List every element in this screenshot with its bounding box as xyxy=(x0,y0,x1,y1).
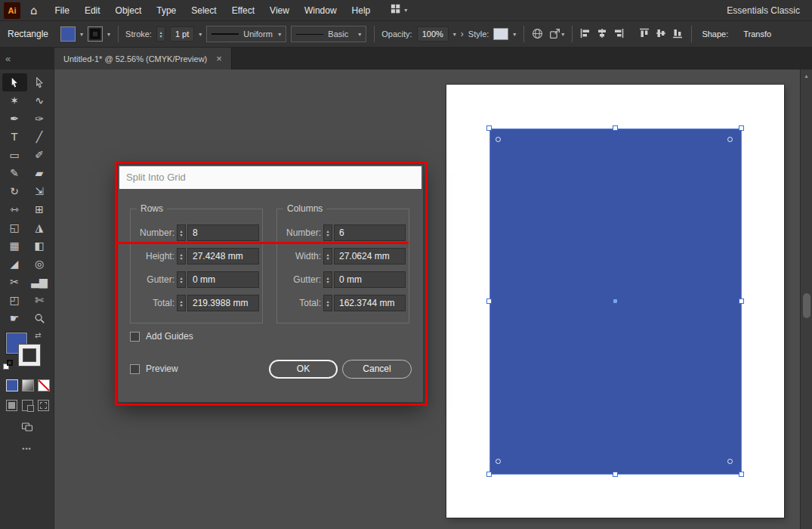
chevron-down-icon[interactable]: ▾ xyxy=(80,31,83,38)
line-segment-tool[interactable]: ╱ xyxy=(27,128,52,146)
fill-color-swatch[interactable] xyxy=(60,26,76,42)
rows-number-stepper[interactable]: ▴▾ xyxy=(177,224,186,241)
rotate-tool[interactable]: ↻ xyxy=(2,182,27,200)
edit-toolbar-button[interactable]: ••• xyxy=(0,445,54,453)
document-setup-button[interactable] xyxy=(531,27,544,42)
none-button[interactable] xyxy=(38,379,50,391)
swap-fill-stroke-icon[interactable]: ⇄ xyxy=(35,331,41,339)
home-icon[interactable]: ⌂ xyxy=(30,4,38,17)
curvature-tool[interactable]: ✑ xyxy=(27,110,52,128)
zoom-tool[interactable] xyxy=(27,309,52,327)
opacity-field[interactable]: 100% xyxy=(417,26,449,42)
width-tool[interactable]: ⇿ xyxy=(2,200,27,218)
transform-label[interactable]: Transfo xyxy=(743,29,771,39)
stroke-color-swatch[interactable] xyxy=(88,26,103,42)
blend-tool[interactable]: ◎ xyxy=(27,255,52,273)
menu-edit[interactable]: Edit xyxy=(77,0,108,21)
columns-width-stepper[interactable]: ▴▾ xyxy=(323,248,332,264)
direct-selection-tool[interactable] xyxy=(27,73,52,91)
columns-width-field[interactable]: 27.0624 mm xyxy=(334,248,406,264)
stroke-profile-dropdown[interactable]: Uniform▾ xyxy=(206,26,286,42)
columns-gutter-stepper[interactable]: ▴▾ xyxy=(323,271,332,288)
color-button[interactable] xyxy=(6,379,18,391)
add-guides-checkbox[interactable]: Add Guides xyxy=(130,331,193,342)
scroll-up-arrow-icon[interactable]: ▴ xyxy=(801,70,812,79)
perspective-grid-tool[interactable]: ◮ xyxy=(27,218,52,237)
cancel-button[interactable]: Cancel xyxy=(342,360,412,379)
align-top-button[interactable] xyxy=(638,27,650,41)
columns-number-stepper[interactable]: ▴▾ xyxy=(323,224,332,241)
scrollbar-thumb[interactable] xyxy=(803,293,810,318)
align-right-button[interactable] xyxy=(613,27,625,41)
screen-mode-button[interactable] xyxy=(0,421,54,436)
selection-handle[interactable] xyxy=(739,299,744,304)
checkbox-box[interactable] xyxy=(130,364,140,374)
collapse-tools-icon[interactable]: « xyxy=(5,53,11,64)
eyedropper-tool[interactable]: ◢ xyxy=(2,255,27,273)
brush-definition-dropdown[interactable]: Basic▾ xyxy=(291,26,366,42)
align-left-button[interactable] xyxy=(579,27,591,41)
mesh-tool[interactable]: ▦ xyxy=(2,237,27,255)
draw-inside-button[interactable] xyxy=(38,400,49,411)
draw-behind-button[interactable] xyxy=(22,400,33,411)
live-corner-widget[interactable] xyxy=(496,459,501,464)
hand-tool[interactable]: ☛ xyxy=(2,309,27,327)
gradient-tool[interactable]: ◧ xyxy=(27,237,52,255)
center-point[interactable] xyxy=(613,299,617,303)
free-transform-tool[interactable]: ⊞ xyxy=(27,200,52,218)
checkbox-box[interactable] xyxy=(130,332,140,342)
selection-handle[interactable] xyxy=(486,299,492,304)
columns-total-stepper[interactable]: ▴▾ xyxy=(323,295,332,311)
menu-file[interactable]: File xyxy=(48,0,77,21)
column-graph-tool[interactable]: ▃▆ xyxy=(27,273,52,291)
isolate-selection-button[interactable]: ▾ xyxy=(548,27,564,42)
gradient-button[interactable] xyxy=(22,379,34,391)
selection-tool[interactable] xyxy=(2,73,27,91)
knife-tool[interactable]: ✄ xyxy=(27,291,52,309)
slice-tool[interactable]: ✂ xyxy=(2,273,27,291)
stroke-weight-stepper[interactable]: ▴▾ xyxy=(156,26,165,42)
menu-object[interactable]: Object xyxy=(108,0,150,21)
rows-height-field[interactable]: 27.4248 mm xyxy=(187,248,259,264)
align-center-button[interactable] xyxy=(596,27,608,41)
draw-normal-button[interactable] xyxy=(6,400,17,411)
menu-window[interactable]: Window xyxy=(297,0,344,21)
document-tab[interactable]: Untitled-1* @ 52.56% (CMYK/Preview) × xyxy=(54,48,232,70)
selection-handle[interactable] xyxy=(613,125,618,131)
align-middle-button[interactable] xyxy=(655,27,667,41)
shape-builder-tool[interactable]: ◱ xyxy=(2,218,27,237)
selection-handle[interactable] xyxy=(613,472,618,477)
selection-handle[interactable] xyxy=(739,472,744,477)
menu-effect[interactable]: Effect xyxy=(224,0,262,21)
selection-handle[interactable] xyxy=(486,472,492,477)
live-corner-widget[interactable] xyxy=(727,459,733,464)
ok-button[interactable]: OK xyxy=(269,360,338,379)
live-corner-widget[interactable] xyxy=(727,137,733,142)
columns-total-field[interactable]: 162.3744 mm xyxy=(334,295,406,311)
rows-number-field[interactable]: 8 xyxy=(187,224,259,241)
graphic-style-swatch[interactable] xyxy=(493,28,508,40)
dialog-title[interactable]: Split Into Grid xyxy=(119,166,421,189)
type-tool[interactable]: T xyxy=(2,128,27,146)
opacity-panel-arrow-icon[interactable]: › xyxy=(461,29,464,39)
app-logo-icon[interactable]: Ai xyxy=(4,2,20,19)
chevron-down-icon[interactable]: ▾ xyxy=(513,31,516,38)
selection-handle[interactable] xyxy=(739,125,744,131)
chevron-down-icon[interactable]: ▾ xyxy=(107,31,110,38)
chevron-down-icon[interactable]: ▾ xyxy=(453,31,456,38)
menu-type[interactable]: Type xyxy=(149,0,184,21)
lasso-tool[interactable]: ∿ xyxy=(27,91,52,110)
vertical-scrollbar[interactable]: ▴ xyxy=(800,70,812,529)
arrange-documents-button[interactable]: ▾ xyxy=(390,3,407,17)
stroke-swatch[interactable] xyxy=(19,345,40,366)
paintbrush-tool[interactable]: ✐ xyxy=(27,146,52,164)
scale-tool[interactable]: ⇲ xyxy=(27,182,52,200)
eraser-tool[interactable]: ▰ xyxy=(27,164,52,182)
pen-tool[interactable]: ✒ xyxy=(2,110,27,128)
rows-gutter-field[interactable]: 0 mm xyxy=(187,271,259,288)
menu-select[interactable]: Select xyxy=(184,0,224,21)
columns-number-field[interactable]: 6 xyxy=(334,224,406,241)
menu-view[interactable]: View xyxy=(262,0,297,21)
preview-checkbox[interactable]: Preview xyxy=(130,363,178,374)
default-fill-stroke-icon[interactable] xyxy=(3,360,13,370)
